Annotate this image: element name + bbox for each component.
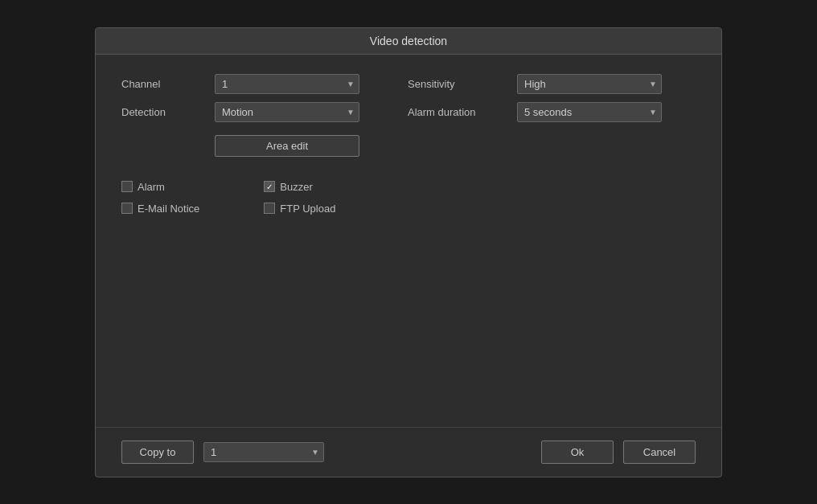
sensitivity-select[interactable]: Low Medium High — [517, 74, 662, 94]
form-section: Channel 1 2 3 4 ▼ Detection — [121, 74, 696, 122]
email-notice-checkbox[interactable] — [121, 203, 133, 214]
cancel-button[interactable]: Cancel — [623, 440, 696, 464]
ftp-upload-checkbox-row[interactable]: FTP Upload — [264, 203, 335, 215]
copy-to-select-wrapper: 1 2 3 4 ▼ — [203, 442, 324, 462]
buzzer-label: Buzzer — [280, 181, 312, 193]
video-detection-dialog: Video detection Channel 1 2 3 4 ▼ — [95, 27, 722, 477]
sensitivity-row: Sensitivity Low Medium High ▼ — [408, 74, 662, 94]
alarm-duration-select-wrapper: 1 seconds 5 seconds 10 seconds 30 second… — [517, 102, 662, 122]
alarm-duration-select[interactable]: 1 seconds 5 seconds 10 seconds 30 second… — [517, 102, 662, 122]
detection-row: Detection Motion Video Loss Tampering ▼ — [121, 102, 359, 122]
detection-select-wrapper: Motion Video Loss Tampering ▼ — [215, 102, 359, 122]
alarm-duration-label: Alarm duration — [408, 106, 504, 118]
right-checkbox-column: ✓ Buzzer FTP Upload — [264, 181, 335, 215]
email-notice-checkbox-row[interactable]: E-Mail Notice — [121, 203, 199, 215]
buzzer-checkbox-row[interactable]: ✓ Buzzer — [264, 181, 335, 193]
alarm-label: Alarm — [138, 181, 165, 193]
detection-select[interactable]: Motion Video Loss Tampering — [215, 102, 359, 122]
ok-button[interactable]: Ok — [541, 440, 614, 464]
channel-label: Channel — [121, 78, 202, 90]
footer-right: Ok Cancel — [541, 440, 696, 464]
copy-to-select[interactable]: 1 2 3 4 — [203, 442, 324, 462]
ftp-upload-label: FTP Upload — [280, 203, 335, 215]
alarm-checkbox-row[interactable]: Alarm — [121, 181, 199, 193]
sensitivity-label: Sensitivity — [408, 78, 504, 90]
alarm-duration-row: Alarm duration 1 seconds 5 seconds 10 se… — [408, 102, 662, 122]
alarm-checkbox[interactable] — [121, 181, 133, 192]
channel-select[interactable]: 1 2 3 4 — [215, 74, 359, 94]
footer-left: Copy to 1 2 3 4 ▼ — [121, 440, 324, 464]
buzzer-checkbox[interactable]: ✓ — [264, 181, 275, 192]
spacer — [121, 231, 696, 408]
sensitivity-select-wrapper: Low Medium High ▼ — [517, 74, 662, 94]
dialog-body: Channel 1 2 3 4 ▼ Detection — [96, 55, 721, 427]
copy-to-button[interactable]: Copy to — [121, 440, 194, 464]
detection-label: Detection — [121, 106, 202, 118]
channel-row: Channel 1 2 3 4 ▼ — [121, 74, 359, 94]
left-checkbox-column: Alarm E-Mail Notice — [121, 181, 199, 215]
dialog-footer: Copy to 1 2 3 4 ▼ Ok Cancel — [96, 427, 721, 477]
area-edit-button[interactable]: Area edit — [215, 135, 359, 157]
checkboxes-section: Alarm E-Mail Notice ✓ Buzzer FTP Upload — [121, 181, 696, 215]
channel-select-wrapper: 1 2 3 4 ▼ — [215, 74, 359, 94]
dialog-title: Video detection — [96, 28, 721, 55]
right-form-column: Sensitivity Low Medium High ▼ Alarm dura… — [408, 74, 662, 122]
email-notice-label: E-Mail Notice — [138, 203, 199, 215]
left-form-column: Channel 1 2 3 4 ▼ Detection — [121, 74, 359, 122]
ftp-upload-checkbox[interactable] — [264, 203, 275, 214]
